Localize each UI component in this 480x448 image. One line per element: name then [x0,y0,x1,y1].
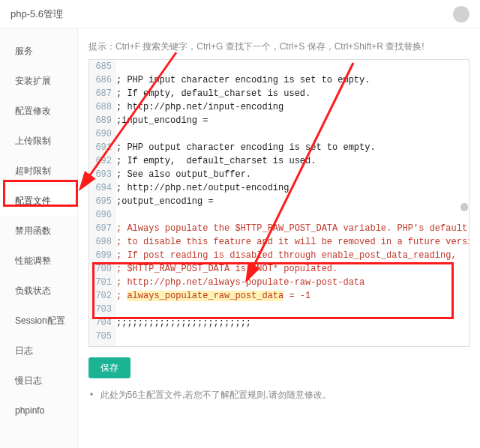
tip-text: 提示：Ctrl+F 搜索关键字，Ctrl+G 查找下一个，Ctrl+S 保存，C… [88,36,470,59]
code-line[interactable]: ; PHP input character encoding is set to… [116,73,469,87]
editor-scrollbar-thumb[interactable] [460,203,468,211]
line-number: 688 [89,100,116,114]
line-number: 698 [89,235,116,249]
code-line[interactable] [116,303,469,316]
code-line[interactable]: ; http://php.net/output-encoding [116,181,469,195]
code-line[interactable]: ; If empty, default_charset is used. [116,87,469,100]
sidebar-item-label: 超时限制 [15,165,51,178]
sidebar-item-2[interactable]: 配置修改 [0,96,77,126]
code-line[interactable] [116,127,469,141]
sidebar-item-label: 配置文件 [15,195,51,208]
line-number: 704 [89,316,116,330]
code-line[interactable]: ; $HTTP_RAW_POST_DATA is *NOT* populated… [116,262,469,276]
code-line[interactable]: ; to disable this feature and it will be… [116,235,469,249]
sidebar-item-label: 服务 [15,45,33,58]
line-number: 685 [89,60,116,73]
sidebar-item-label: 安装扩展 [15,75,51,88]
line-number: 694 [89,181,116,195]
sidebar: 服务安装扩展配置修改上传限制超时限制配置文件禁用函数性能调整负载状态Sessio… [0,28,78,448]
code-line[interactable]: ;input_encoding = [116,114,469,127]
code-line[interactable]: ; See also output_buffer. [116,168,469,181]
editor-scrollbar[interactable] [460,61,468,345]
footer-note: • 此处为56主配置文件,若您不了解配置规则,请勿随意修改。 [88,389,470,402]
line-number: 692 [89,154,116,168]
sidebar-item-11[interactable]: 慢日志 [0,366,77,396]
sidebar-item-10[interactable]: 日志 [0,336,77,366]
code-line[interactable]: ; http://php.net/always-populate-raw-pos… [116,276,469,289]
line-number: 703 [89,303,116,316]
line-number: 695 [89,195,116,208]
code-line[interactable]: ; always_populate_raw_post_data = -1 [116,289,469,303]
line-number: 693 [89,168,116,181]
bullet-icon: • [90,390,93,400]
page-title: php-5.6管理 [10,7,63,21]
close-button[interactable] [453,6,470,22]
save-button[interactable]: 保存 [88,357,130,378]
line-number: 690 [89,127,116,141]
sidebar-item-label: 配置修改 [15,105,51,118]
line-number: 697 [89,222,116,235]
line-number: 686 [89,73,116,87]
sidebar-item-label: 日志 [15,345,33,357]
sidebar-item-label: 负载状态 [15,285,51,297]
code-line[interactable]: ; PHP output character encoding is set t… [116,141,469,154]
code-line[interactable]: ; If post reading is disabled through en… [116,249,469,262]
code-line[interactable]: ;;;;;;;;;;;;;;;;;;;;;;;;; [116,316,469,330]
code-editor[interactable]: 6856866876886896906916926936946956966976… [88,59,470,347]
line-number: 696 [89,208,116,222]
highlighted-token: always_populate_raw_post_data [127,291,284,301]
code-line[interactable] [116,60,469,73]
line-number: 691 [89,141,116,154]
code-line[interactable]: ;output_encoding = [116,195,469,208]
sidebar-item-label: 慢日志 [15,375,42,387]
sidebar-item-6[interactable]: 禁用函数 [0,216,77,246]
sidebar-item-7[interactable]: 性能调整 [0,246,77,276]
sidebar-item-5[interactable]: 配置文件 [0,186,77,216]
code-line[interactable] [116,330,469,343]
code-line[interactable]: ; Always populate the $HTTP_RAW_POST_DAT… [116,222,469,235]
line-number: 689 [89,114,116,127]
sidebar-item-1[interactable]: 安装扩展 [0,66,77,96]
sidebar-item-12[interactable]: phpinfo [0,396,77,426]
sidebar-item-label: 上传限制 [15,135,51,148]
line-number: 687 [89,87,116,100]
sidebar-item-8[interactable]: 负载状态 [0,276,77,306]
line-number: 705 [89,330,116,343]
footer-note-text: 此处为56主配置文件,若您不了解配置规则,请勿随意修改。 [100,390,332,400]
code-line[interactable]: ; http://php.net/input-encoding [116,100,469,114]
sidebar-item-0[interactable]: 服务 [0,36,77,66]
code-line[interactable] [116,208,469,222]
sidebar-item-9[interactable]: Session配置 [0,306,77,336]
sidebar-item-label: 性能调整 [15,255,51,267]
line-number: 699 [89,249,116,262]
line-number: 701 [89,276,116,289]
sidebar-item-label: phpinfo [15,405,44,416]
sidebar-item-label: Session配置 [15,315,65,327]
sidebar-item-4[interactable]: 超时限制 [0,156,77,186]
line-number: 700 [89,262,116,276]
code-line[interactable]: ; If empty, default_charset is used. [116,154,469,168]
sidebar-item-3[interactable]: 上传限制 [0,126,77,156]
sidebar-item-label: 禁用函数 [15,225,51,237]
line-number: 702 [89,289,116,303]
